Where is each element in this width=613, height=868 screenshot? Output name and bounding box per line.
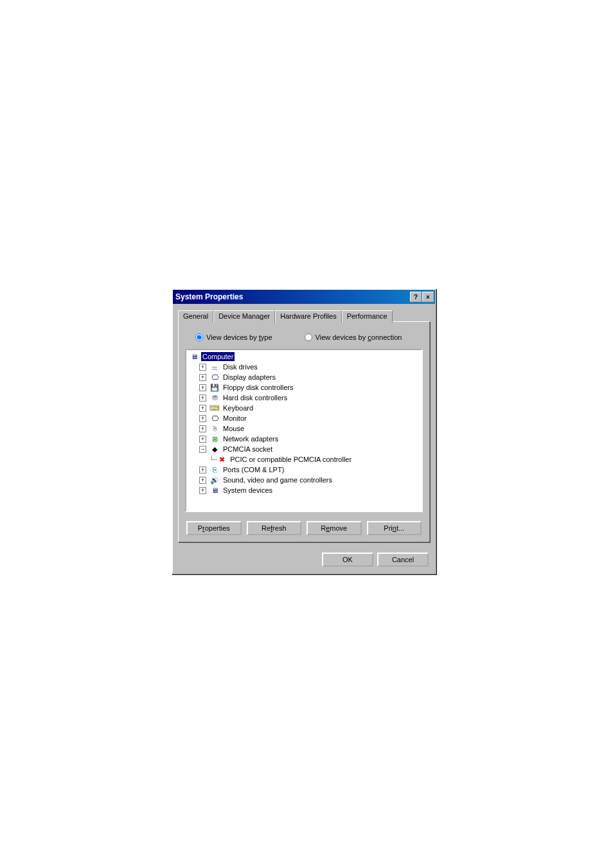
tree-item-monitor[interactable]: + 🖵 Monitor <box>186 413 422 423</box>
tree-label: Hard disk controllers <box>222 393 289 402</box>
keyboard-icon: ⌨ <box>209 403 220 413</box>
tree-item-system-devices[interactable]: + 🖥 System devices <box>186 485 422 495</box>
tree-item-ports[interactable]: + ⎘ Ports (COM & LPT) <box>186 465 422 475</box>
tree-item-mouse[interactable]: + 🖱 Mouse <box>186 423 422 434</box>
tree-item-display-adapters[interactable]: + 🖵 Display adapters <box>186 372 422 382</box>
expand-toggle[interactable]: + <box>199 477 206 484</box>
radio-view-by-type-input[interactable] <box>195 333 203 341</box>
tree-item-pcmcia-socket[interactable]: − ◆ PCMCIA socket <box>186 444 422 454</box>
tree-label: PCMCIA socket <box>222 445 274 454</box>
tree-item-hdd-controllers[interactable]: + ⛃ Hard disk controllers <box>186 393 422 403</box>
network-icon: ⊞ <box>209 434 220 444</box>
help-button[interactable]: ? <box>410 292 422 302</box>
tab-device-manager[interactable]: Device Manager <box>213 310 275 323</box>
radio-view-by-type[interactable]: View devices by type <box>195 333 272 341</box>
system-properties-dialog: System Properties ? × General Device Man… <box>172 288 436 574</box>
tab-hardware-profiles[interactable]: Hardware Profiles <box>275 310 341 323</box>
tree-item-floppy-controllers[interactable]: + 💾 Floppy disk controllers <box>186 382 422 393</box>
expand-toggle[interactable]: + <box>199 487 206 494</box>
tree-label: Mouse <box>222 424 245 433</box>
display-icon: 🖵 <box>209 372 220 382</box>
tree-label: System devices <box>222 486 274 495</box>
sound-icon: 🔊 <box>209 475 220 485</box>
tab-panel-device-manager: View devices by type View devices by con… <box>178 321 430 542</box>
remove-button[interactable]: Remove <box>306 521 362 535</box>
tab-strip: General Device Manager Hardware Profiles… <box>178 310 430 323</box>
tree-label: PCIC or compatible PCMCIA controller <box>229 455 353 464</box>
close-button[interactable]: × <box>422 292 434 302</box>
system-icon: 🖥 <box>209 485 220 495</box>
radio-view-by-connection-label: View devices by connection <box>315 333 402 341</box>
device-tree[interactable]: 🖥 Computer + ⚌ Disk drives + 🖵 Display a… <box>185 349 423 512</box>
floppy-icon: 💾 <box>209 382 220 393</box>
tree-label: Keyboard <box>222 403 254 412</box>
monitor-icon: 🖵 <box>209 413 220 423</box>
tree-line: └╌ <box>209 456 217 464</box>
tree-label: Sound, video and game controllers <box>222 475 333 484</box>
refresh-button[interactable]: Refresh <box>247 521 302 535</box>
pcmcia-icon: ◆ <box>209 444 220 454</box>
hdd-icon: ⛃ <box>209 393 220 403</box>
tree-label: Disk drives <box>222 362 259 371</box>
action-buttons: Properties Refresh Remove Print... <box>185 512 423 535</box>
tab-performance[interactable]: Performance <box>342 310 393 323</box>
tree-item-keyboard[interactable]: + ⌨ Keyboard <box>186 403 422 413</box>
expand-toggle[interactable]: + <box>199 374 206 381</box>
radio-view-by-connection-input[interactable] <box>305 333 312 341</box>
expand-toggle[interactable]: + <box>199 466 206 474</box>
pcmcia-error-icon: ✖ <box>217 454 227 465</box>
tree-item-pcmcia-controller[interactable]: └╌ ✖ PCIC or compatible PCMCIA controlle… <box>186 454 422 465</box>
disk-icon: ⚌ <box>209 362 220 372</box>
tree-label: Ports (COM & LPT) <box>222 465 285 474</box>
collapse-toggle[interactable]: − <box>199 446 206 453</box>
tree-label: Network adapters <box>222 434 280 443</box>
radio-view-by-connection[interactable]: View devices by connection <box>305 333 402 341</box>
radio-view-by-type-label: View devices by type <box>206 333 272 341</box>
tree-label: Monitor <box>222 414 248 423</box>
cancel-button[interactable]: Cancel <box>377 553 429 567</box>
expand-toggle[interactable]: + <box>199 436 206 443</box>
expand-toggle[interactable]: + <box>199 394 206 402</box>
mouse-icon: 🖱 <box>209 423 220 434</box>
view-mode-radios: View devices by type View devices by con… <box>185 328 423 349</box>
tree-label: Display adapters <box>222 373 277 382</box>
tree-item-network-adapters[interactable]: + ⊞ Network adapters <box>186 434 422 444</box>
ok-button[interactable]: OK <box>322 553 373 567</box>
titlebar: System Properties ? × <box>173 290 435 304</box>
tab-general[interactable]: General <box>178 310 213 323</box>
tree-item-computer[interactable]: 🖥 Computer <box>186 351 422 362</box>
expand-toggle[interactable]: + <box>199 384 206 391</box>
expand-toggle[interactable]: + <box>199 425 206 432</box>
print-button[interactable]: Print... <box>367 521 422 535</box>
properties-button[interactable]: Properties <box>186 521 242 535</box>
computer-icon: 🖥 <box>189 351 199 362</box>
expand-toggle[interactable]: + <box>199 364 206 371</box>
tree-label: Computer <box>201 352 235 361</box>
expand-toggle[interactable]: + <box>199 415 206 422</box>
tree-label: Floppy disk controllers <box>222 383 294 392</box>
dialog-buttons: OK Cancel <box>173 547 435 573</box>
tree-item-sound-video-game[interactable]: + 🔊 Sound, video and game controllers <box>186 475 422 485</box>
tree-item-disk-drives[interactable]: + ⚌ Disk drives <box>186 362 422 372</box>
window-title: System Properties <box>175 292 409 301</box>
ports-icon: ⎘ <box>209 465 220 475</box>
expand-toggle[interactable]: + <box>199 405 206 412</box>
